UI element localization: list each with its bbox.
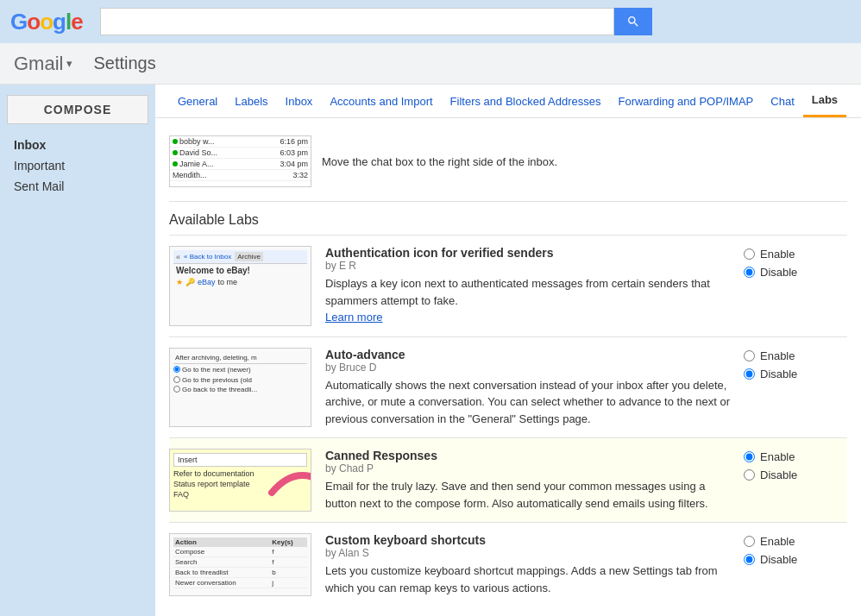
- lab-item-auth: « « Back to Inbox Archive Welcome to eBa…: [169, 235, 847, 336]
- lab-desc-keyboard: Lets you customize keyboard shortcut map…: [325, 563, 730, 596]
- kb-col-keys: Key(s): [270, 537, 307, 547]
- lab-preview-keyboard: Action Key(s) Compose f Search: [169, 533, 311, 596]
- sidebar-item-sent-mail[interactable]: Sent Mail: [0, 176, 155, 197]
- settings-title: Settings: [93, 53, 155, 73]
- enable-radio-canned[interactable]: Enable: [744, 450, 795, 463]
- tab-labs[interactable]: Labs: [803, 85, 846, 117]
- learn-more-link[interactable]: Learn more: [325, 311, 382, 324]
- tab-labels[interactable]: Labels: [226, 86, 276, 116]
- lab-controls-autoadvance: Enable Disable: [744, 348, 847, 428]
- sidebar-item-inbox[interactable]: Inbox: [0, 135, 155, 155]
- google-logo: Google: [10, 9, 83, 35]
- gmail-title: Gmail: [14, 53, 63, 75]
- lab-preview-auth: « « Back to Inbox Archive Welcome to eBa…: [169, 246, 311, 326]
- lab-item-autoadvance: After archiving, deleting, m Go to the n…: [169, 336, 847, 438]
- sidebar-item-important[interactable]: Important: [0, 155, 155, 176]
- table-row: Back to threadlist b: [173, 568, 307, 578]
- lab-author-canned: by Chad P: [325, 462, 730, 475]
- lab-title-keyboard: Custom keyboard shortcuts: [325, 533, 730, 547]
- tab-general[interactable]: General: [169, 86, 226, 116]
- lab-info-keyboard: Custom keyboard shortcuts by Alan S Lets…: [325, 533, 730, 596]
- disable-radio-keyboard[interactable]: Disable: [744, 553, 797, 566]
- lab-info-canned: Canned Responses by Chad P Email for the…: [325, 449, 730, 512]
- gmail-bar: Gmail ▾ Settings: [0, 43, 861, 85]
- compose-button[interactable]: COMPOSE: [7, 95, 148, 124]
- search-bar: [100, 8, 652, 35]
- lab-author-keyboard: by Alan S: [325, 547, 730, 559]
- chat-move-text: Move the chat box to the right side of t…: [322, 155, 557, 168]
- table-row: Compose f: [173, 547, 307, 557]
- lab-author-autoadvance: by Bruce D: [325, 361, 730, 374]
- lab-controls-keyboard: Enable Disable: [744, 533, 847, 596]
- sidebar-nav: Inbox Important Sent Mail: [0, 135, 155, 197]
- lab-item-canned: Insert Refer to documentation Status rep…: [169, 437, 847, 522]
- lab-title-canned: Canned Responses: [325, 449, 730, 462]
- gmail-dropdown[interactable]: ▾: [66, 57, 72, 70]
- enable-radio-auth[interactable]: Enable: [744, 248, 795, 261]
- lab-author-auth: by E R: [325, 260, 730, 272]
- lab-controls-auth: Enable Disable: [744, 246, 847, 326]
- table-row: Search f: [173, 557, 307, 568]
- table-row: Newer conversation j: [173, 578, 307, 588]
- tab-forwarding[interactable]: Forwarding and POP/IMAP: [609, 86, 762, 116]
- lab-title-autoadvance: Auto-advance: [325, 348, 730, 361]
- search-input[interactable]: [100, 8, 614, 35]
- lab-title-auth: Authentication icon for verified senders: [325, 246, 730, 260]
- main-content: General Labels Inbox Accounts and Import…: [155, 85, 861, 616]
- sidebar: COMPOSE Inbox Important Sent Mail: [0, 85, 155, 616]
- disable-radio-autoadvance[interactable]: Disable: [744, 368, 797, 380]
- enable-radio-keyboard[interactable]: Enable: [744, 535, 795, 548]
- content-area: bobby w... 6:16 pm David So... 6:03 pm J…: [155, 118, 861, 616]
- tab-filters[interactable]: Filters and Blocked Addresses: [442, 86, 610, 116]
- settings-tabs: General Labels Inbox Accounts and Import…: [155, 85, 861, 118]
- lab-info-autoadvance: Auto-advance by Bruce D Automatically sh…: [325, 348, 730, 428]
- canned-arrow-icon: [267, 462, 311, 512]
- available-labs-heading: Available Labs: [169, 202, 847, 235]
- lab-desc-autoadvance: Automatically shows the next conversatio…: [325, 377, 730, 428]
- lab-item-keyboard: Action Key(s) Compose f Search: [169, 522, 847, 607]
- kb-col-action: Action: [173, 537, 270, 547]
- lab-controls-canned: Enable Disable: [744, 449, 847, 512]
- top-bar: Google: [0, 0, 861, 43]
- tab-accounts[interactable]: Accounts and Import: [321, 86, 441, 116]
- lab-info-auth: Authentication icon for verified senders…: [325, 246, 730, 326]
- tab-chat[interactable]: Chat: [762, 86, 802, 116]
- svg-marker-0: [311, 471, 311, 484]
- chat-move-row: bobby w... 6:16 pm David So... 6:03 pm J…: [169, 129, 847, 202]
- disable-radio-auth[interactable]: Disable: [744, 266, 797, 279]
- enable-radio-autoadvance[interactable]: Enable: [744, 349, 795, 362]
- search-icon: [626, 15, 640, 28]
- lab-desc-canned: Email for the truly lazy. Save and then …: [325, 478, 730, 512]
- lab-preview-autoadvance: After archiving, deleting, m Go to the n…: [169, 348, 311, 428]
- disable-radio-canned[interactable]: Disable: [744, 468, 797, 481]
- search-button[interactable]: [614, 8, 652, 35]
- lab-desc-auth: Displays a key icon next to authenticate…: [325, 275, 730, 326]
- tab-inbox[interactable]: Inbox: [277, 86, 322, 116]
- inbox-preview-image: bobby w... 6:16 pm David So... 6:03 pm J…: [169, 135, 311, 187]
- lab-preview-canned: Insert Refer to documentation Status rep…: [169, 449, 311, 512]
- layout: COMPOSE Inbox Important Sent Mail Genera…: [0, 85, 861, 616]
